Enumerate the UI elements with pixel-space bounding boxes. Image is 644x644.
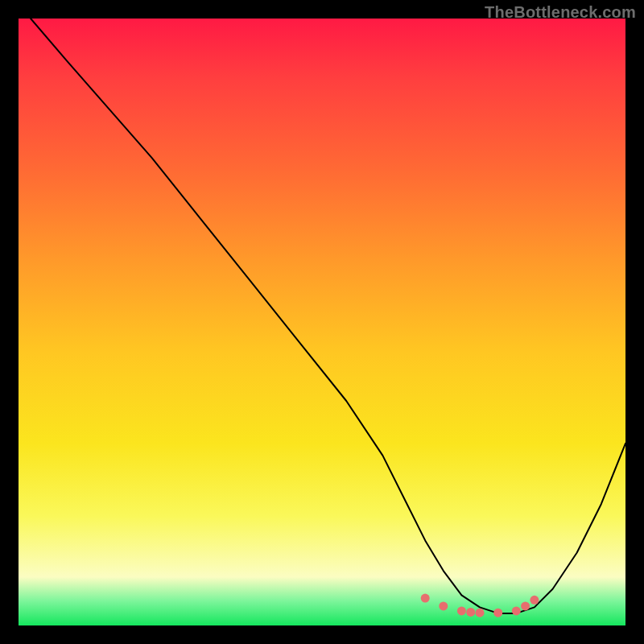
- highlight-dot: [530, 596, 539, 605]
- highlight-dot: [493, 609, 502, 617]
- curve-layer: [19, 19, 625, 625]
- highlight-dot: [466, 608, 475, 617]
- highlight-dot: [421, 594, 430, 603]
- highlight-dot: [512, 606, 521, 615]
- plot-area: [19, 19, 625, 625]
- highlight-dot: [457, 606, 466, 615]
- highlight-dot: [476, 609, 485, 617]
- highlight-dot: [521, 601, 530, 610]
- chart-frame: TheBottleneck.com: [0, 0, 644, 644]
- highlight-dot: [439, 601, 448, 610]
- watermark-text: TheBottleneck.com: [485, 3, 636, 22]
- highlight-dots: [421, 594, 539, 617]
- bottleneck-curve: [31, 19, 625, 613]
